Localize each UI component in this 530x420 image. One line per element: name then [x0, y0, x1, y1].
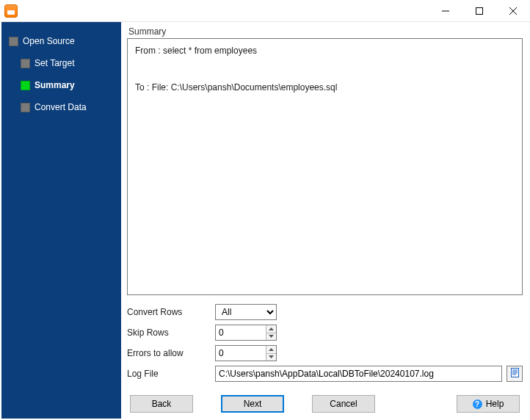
- sidebar-item-summary[interactable]: Summary: [1, 76, 121, 94]
- help-icon: ?: [473, 399, 482, 409]
- window-controls: [429, 0, 530, 22]
- maximize-button[interactable]: [462, 0, 496, 22]
- summary-textarea[interactable]: From : select * from employees To : File…: [127, 38, 523, 295]
- log-file-label: Log File: [127, 369, 215, 379]
- skip-rows-label: Skip Rows: [127, 327, 215, 338]
- help-button-label: Help: [486, 399, 504, 409]
- sidebar-item-open-source[interactable]: Open Source: [1, 32, 121, 50]
- spinner-up-icon[interactable]: [266, 346, 276, 354]
- convert-rows-label: Convert Rows: [127, 307, 215, 317]
- convert-rows-select[interactable]: All: [215, 304, 277, 320]
- wizard-buttons: Back Next Cancel ? Help: [127, 395, 523, 413]
- step-box-icon: [9, 37, 18, 46]
- sidebar-item-label: Convert Data: [35, 103, 87, 112]
- options-form: Convert Rows All Skip Rows Errors to all…: [127, 304, 523, 382]
- app-icon: [4, 4, 18, 18]
- minimize-button[interactable]: [429, 0, 462, 22]
- spinner-down-icon[interactable]: [266, 333, 276, 341]
- wizard-sidebar: Open Source Set Target Summary Convert D…: [1, 22, 121, 419]
- main-panel: Summary From : select * from employees T…: [121, 22, 529, 419]
- document-icon: [510, 368, 520, 380]
- skip-rows-input[interactable]: [216, 325, 266, 340]
- cancel-button[interactable]: Cancel: [312, 395, 375, 413]
- sidebar-item-label: Open Source: [23, 37, 75, 46]
- back-button[interactable]: Back: [130, 395, 193, 413]
- next-button[interactable]: Next: [221, 395, 284, 413]
- step-box-icon: [21, 81, 30, 90]
- errors-allow-label: Errors to allow: [127, 348, 215, 358]
- help-button[interactable]: ? Help: [457, 395, 520, 413]
- skip-rows-spinner[interactable]: [215, 325, 277, 341]
- spinner-up-icon[interactable]: [266, 325, 276, 333]
- browse-log-button[interactable]: [507, 366, 523, 382]
- sidebar-item-set-target[interactable]: Set Target: [1, 54, 121, 72]
- errors-allow-spinner[interactable]: [215, 345, 277, 361]
- errors-allow-input[interactable]: [216, 346, 266, 361]
- step-box-icon: [21, 59, 30, 68]
- summary-title: Summary: [127, 26, 523, 38]
- spinner-down-icon[interactable]: [266, 354, 276, 361]
- sidebar-item-convert-data[interactable]: Convert Data: [1, 98, 121, 116]
- close-button[interactable]: [496, 0, 530, 22]
- svg-rect-0: [476, 7, 483, 14]
- title-bar: [0, 0, 530, 22]
- step-box-icon: [21, 103, 30, 112]
- sidebar-item-label: Set Target: [35, 59, 74, 68]
- log-file-input[interactable]: [215, 366, 502, 382]
- sidebar-item-label: Summary: [35, 81, 75, 90]
